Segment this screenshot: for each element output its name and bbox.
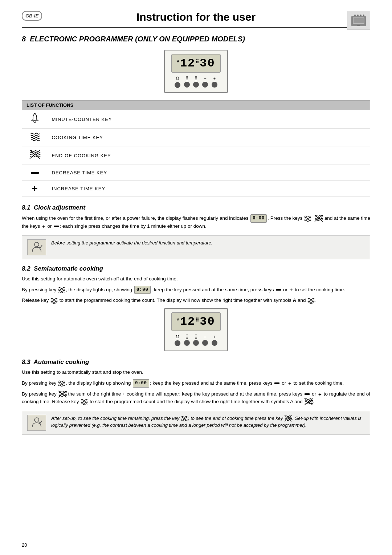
cook-icon-82c xyxy=(307,297,315,304)
btn-plus-label: + xyxy=(213,76,216,81)
minus-82 xyxy=(276,289,281,291)
display-super-a: A xyxy=(177,59,180,64)
function-label-1: MINUTE-COUNTER KEY xyxy=(48,110,370,129)
svg-rect-8 xyxy=(34,113,36,114)
section-title: 8 ELECTRONIC PROGRAMMER (ONLY ON EQUIPPE… xyxy=(22,35,370,43)
cook-icon-82b xyxy=(50,297,58,304)
svg-point-9 xyxy=(34,121,36,122)
function-row-3: END-OF-COOKING KEY xyxy=(22,146,370,165)
display-unit-2: A 12 ⠿ 30 Ω ⣿ ⣿ − xyxy=(164,308,228,351)
subsection-82-line-1: Use this setting for automatic oven swit… xyxy=(22,275,370,283)
btn-plus[interactable] xyxy=(212,82,217,88)
minus-83a xyxy=(274,382,279,384)
display-000-82: 0:00 xyxy=(134,286,151,294)
btn-bell[interactable] xyxy=(175,82,180,88)
svg-rect-2 xyxy=(354,18,364,23)
note-text-81: Before setting the programmer activate t… xyxy=(51,239,212,247)
svg-point-6 xyxy=(363,15,364,16)
subsection-82-line-3: Release key to start the programmed cook… xyxy=(22,297,370,304)
subsection-83-line-3: By pressing key the sum of the right tim… xyxy=(22,390,370,406)
btn-minus[interactable] xyxy=(202,82,208,88)
cook-icon-note xyxy=(181,416,188,421)
function-label-3: END-OF-COOKING KEY xyxy=(48,146,370,165)
subsection-82-line-2: By pressing key , the display lights up,… xyxy=(22,286,370,294)
svg-point-19 xyxy=(34,418,39,422)
btn-end-item: ⣿ xyxy=(193,76,199,88)
end-icon-note xyxy=(284,415,292,422)
svg-point-5 xyxy=(360,15,362,16)
btn-cook-item: ⣿ xyxy=(184,76,190,88)
function-icon-3 xyxy=(22,146,48,165)
plus-fat-icon: + xyxy=(32,183,37,194)
end-icon-83c xyxy=(304,398,313,405)
subsection-83-line-2: By pressing key , the display lights up … xyxy=(22,379,370,388)
display-screen: A 12 ⠿ 30 xyxy=(171,54,220,73)
btn-cook[interactable] xyxy=(184,82,190,88)
note-icon-83 xyxy=(27,415,46,431)
plus-inline: + xyxy=(42,224,45,229)
subsection-83-title: 8.3 Automatic cooking xyxy=(22,358,370,366)
display-colon-icons: ⠿ xyxy=(195,59,200,65)
cook-icon-82 xyxy=(58,287,66,293)
display-colon-icons-2: ⠿ xyxy=(195,317,200,323)
btn-bell-label: Ω xyxy=(176,76,179,81)
end-icon-83b xyxy=(58,390,67,398)
function-row-5: + INCREASE TIME KEY xyxy=(22,181,370,197)
btn-cook-label: ⣿ xyxy=(185,76,188,81)
display-digits: 12 xyxy=(180,57,195,70)
programmer-display-bottom: A 12 ⠿ 30 Ω ⣿ ⣿ − xyxy=(22,308,370,351)
btn-bell-label-2: Ω xyxy=(176,334,179,339)
display-unit: A 12 ⠿ 30 Ω ⣿ ⣿ − xyxy=(164,50,228,93)
btn-end[interactable] xyxy=(193,82,199,88)
btn-minus-label: − xyxy=(204,76,206,81)
btn-minus-2[interactable] xyxy=(202,340,208,346)
btn-plus-2[interactable] xyxy=(212,340,217,346)
btn-minus-item-2: − xyxy=(202,335,208,346)
btn-plus-item: + xyxy=(212,76,217,88)
minus-fat-icon xyxy=(31,172,39,174)
display-digits-3: 12 xyxy=(180,315,195,328)
subsection-81-text: When using the oven for the first time, … xyxy=(22,214,370,230)
btn-end-label-2: ⣿ xyxy=(195,334,197,339)
minus-inline xyxy=(54,226,59,227)
display-buttons-row: Ω ⣿ ⣿ − + xyxy=(171,76,220,88)
btn-minus-item: − xyxy=(202,76,208,88)
btn-end-2[interactable] xyxy=(193,340,199,346)
logo: GB-IE xyxy=(22,11,42,21)
header-image xyxy=(347,11,370,30)
btn-plus-label-2: + xyxy=(213,335,216,339)
checkmark-person-icon xyxy=(29,241,44,254)
minute-counter-icon xyxy=(30,113,40,123)
minus-83b xyxy=(305,393,310,395)
btn-bell-2[interactable] xyxy=(175,340,180,346)
page: GB-IE Instruction for the user 8 ELECTRO… xyxy=(0,0,392,555)
btn-cook-2[interactable] xyxy=(184,340,190,346)
display-000: 0:00 xyxy=(250,214,267,223)
cook-icon-83a xyxy=(58,380,66,386)
cooking-time-icon xyxy=(29,131,40,141)
appliance-icon xyxy=(350,13,367,28)
subsection-82-title: 8.2 Semiautomatic cooking xyxy=(22,265,370,272)
display-buttons-row-2: Ω ⣿ ⣿ − + xyxy=(171,334,220,346)
subsection-83-line-1: Use this setting to automatically start … xyxy=(22,369,370,376)
display-screen-2: A 12 ⠿ 30 xyxy=(171,312,220,331)
cook-icon-inline xyxy=(304,215,312,222)
programmer-display-top: A 12 ⠿ 30 Ω ⣿ ⣿ − xyxy=(22,50,370,93)
btn-bell-item-2: Ω xyxy=(175,334,180,346)
checkmark-person-icon-2 xyxy=(29,416,44,429)
function-icon-4 xyxy=(22,165,48,181)
note-icon-81 xyxy=(27,239,46,255)
svg-point-14 xyxy=(34,242,39,247)
subsection-81-title: 8.1 Clock adjustment xyxy=(22,204,370,211)
display-super-a2: A xyxy=(177,317,180,322)
display-000-83: 0:00 xyxy=(133,379,149,388)
btn-minus-label-2: − xyxy=(204,335,206,339)
function-row-2: COOKING TIME KEY xyxy=(22,129,370,146)
svg-point-3 xyxy=(354,15,356,16)
btn-bell-item: Ω xyxy=(175,76,180,88)
function-row-4: DECREASE TIME KEY xyxy=(22,165,370,181)
functions-header-row: LIST OF FUNCTIONS xyxy=(22,101,370,110)
plus-82: + xyxy=(290,287,293,292)
display-digits-4: 30 xyxy=(200,315,215,328)
header: GB-IE Instruction for the user xyxy=(22,11,370,28)
